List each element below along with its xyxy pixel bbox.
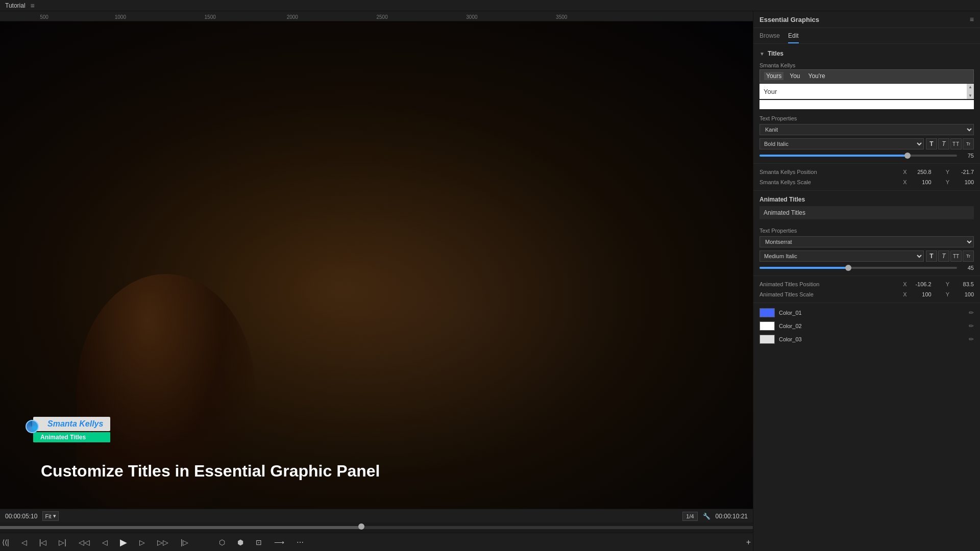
scroll-down-arrow[interactable]: ▼ bbox=[968, 93, 972, 98]
font-size-thumb[interactable] bbox=[904, 153, 911, 159]
pos-x-val[interactable]: 250.8 bbox=[911, 169, 932, 175]
suggestion-yours[interactable]: Yours bbox=[764, 72, 783, 80]
color-swatch-3[interactable] bbox=[760, 335, 775, 344]
project-title: Tutorial bbox=[5, 2, 26, 9]
font-style-select-2[interactable]: Medium Italic bbox=[760, 251, 924, 262]
apos-y-val[interactable]: 83.5 bbox=[953, 281, 974, 287]
font-family-row-2: Montserrat bbox=[753, 235, 980, 249]
top-bar-menu-icon[interactable]: ≡ bbox=[31, 2, 35, 10]
btn-camera[interactable]: ⊡ bbox=[254, 537, 264, 547]
font-size-thumb-2[interactable] bbox=[845, 265, 851, 271]
text-properties-label-2: Text Properties bbox=[753, 224, 980, 235]
btn-step-fwd[interactable]: |▷ bbox=[179, 537, 190, 547]
btn-smallcaps-2[interactable]: Tr bbox=[963, 251, 974, 262]
font-format-btns: T T TT Tr bbox=[926, 138, 974, 149]
animated-title-box: Animated Titles bbox=[760, 206, 974, 219]
ruler-marks: 500 1000 1500 2000 2500 3000 3500 bbox=[3, 11, 750, 21]
btn-mark-in[interactable]: |◁ bbox=[37, 537, 49, 547]
eg-panel: Essential Graphics ≡ Browse Edit ▼ Title… bbox=[753, 11, 980, 551]
btn-prev[interactable]: ◁◁ bbox=[77, 537, 92, 547]
ascale-y-label: Y bbox=[946, 291, 949, 297]
text-properties-label: Text Properties bbox=[753, 112, 980, 122]
pos-x-label: X bbox=[903, 169, 906, 175]
globe-icon bbox=[26, 420, 39, 433]
btn-allcaps-2[interactable]: TT bbox=[950, 251, 962, 262]
btn-extract[interactable]: ⬢ bbox=[235, 537, 246, 547]
btn-bold[interactable]: T bbox=[926, 138, 937, 149]
btn-step-back[interactable]: ◁ bbox=[19, 537, 29, 547]
titles-section-title: Titles bbox=[768, 50, 783, 57]
font-size-slider-track[interactable] bbox=[760, 155, 957, 157]
ruler-mark-1500: 1500 bbox=[205, 14, 216, 20]
smanta-kellys-label: Smanta Kellys bbox=[753, 59, 980, 69]
btn-add[interactable]: + bbox=[744, 537, 753, 548]
color-edit-icon-2[interactable]: ✏ bbox=[969, 322, 974, 330]
lower-third: Smanta Kellys Animated Titles bbox=[28, 417, 110, 442]
color-swatch-2[interactable] bbox=[760, 321, 775, 331]
btn-bold-2[interactable]: T bbox=[926, 251, 937, 262]
ascale-y-val[interactable]: 100 bbox=[953, 291, 974, 297]
page-indicator[interactable]: 1/4 bbox=[682, 512, 697, 521]
video-overlay-title: Customize Titles in Essential Graphic Pa… bbox=[41, 462, 380, 481]
video-panel: 500 1000 1500 2000 2500 3000 3500 bbox=[0, 11, 753, 551]
scroll-up-arrow[interactable]: ▲ bbox=[968, 85, 972, 89]
font-style-select[interactable]: Bold Italic bbox=[760, 138, 924, 149]
eg-panel-title: Essential Graphics bbox=[760, 16, 819, 23]
tab-browse[interactable]: Browse bbox=[760, 30, 780, 43]
btn-more[interactable]: ⋯ bbox=[295, 537, 306, 547]
top-bar: Tutorial ≡ bbox=[0, 0, 980, 11]
ruler-mark-2000: 2000 bbox=[287, 14, 298, 20]
wrench-icon[interactable]: 🔧 bbox=[703, 513, 710, 520]
btn-italic[interactable]: T bbox=[938, 138, 949, 149]
titles-section-header[interactable]: ▼ Titles bbox=[753, 48, 980, 59]
btn-forward[interactable]: ▷ bbox=[137, 537, 147, 547]
scale-y-label: Y bbox=[946, 179, 949, 185]
color-edit-icon-1[interactable]: ✏ bbox=[969, 309, 974, 316]
btn-export[interactable]: ⟶ bbox=[272, 537, 286, 547]
btn-to-in[interactable]: ⟨⟨| bbox=[0, 537, 11, 547]
playhead[interactable] bbox=[358, 523, 364, 530]
playback-controls: ⟨⟨| ◁ |◁ ▷| ◁◁ ◁ ▶ ▷ ▷▷ |▷ ⬡ ⬢ ⊡ ⟶ ⋯ + bbox=[0, 533, 753, 551]
text-edit-input[interactable] bbox=[760, 84, 967, 99]
btn-rewind[interactable]: ◁ bbox=[100, 537, 110, 547]
scale-y-val[interactable]: 100 bbox=[953, 179, 974, 185]
color-label-2: Color_02 bbox=[779, 323, 965, 329]
eg-menu-icon[interactable]: ≡ bbox=[970, 15, 974, 23]
pos-y-label: Y bbox=[946, 169, 949, 175]
pos-y-val[interactable]: -21.7 bbox=[953, 169, 974, 175]
btn-allcaps[interactable]: TT bbox=[950, 138, 962, 149]
timeline-ruler: 500 1000 1500 2000 2500 3000 3500 bbox=[0, 11, 753, 21]
scale-x-label: X bbox=[903, 179, 906, 185]
fit-dropdown[interactable]: Fit ▾ bbox=[42, 511, 58, 521]
text-box-scrollbar[interactable]: ▲ ▼ bbox=[967, 84, 974, 99]
suggestion-youre[interactable]: You're bbox=[806, 72, 827, 80]
btn-next[interactable]: ▷▷ bbox=[155, 537, 170, 547]
btn-italic-2[interactable]: T bbox=[938, 251, 949, 262]
animated-section-header[interactable]: Animated Titles bbox=[753, 194, 980, 205]
ruler-mark-500: 500 bbox=[40, 14, 48, 20]
text-edit-wrapper: ▲ ▼ bbox=[760, 84, 974, 99]
smanta-position-label: Smanta Kellys Position bbox=[760, 169, 889, 175]
btn-smallcaps[interactable]: Tr bbox=[963, 138, 974, 149]
font-size-slider-track-2[interactable] bbox=[760, 267, 957, 269]
font-family-select[interactable]: Kanit bbox=[760, 124, 974, 135]
titles-section: ▼ Titles Smanta Kellys Yours You You're … bbox=[753, 48, 980, 191]
timeline-progress[interactable] bbox=[0, 522, 753, 533]
animated-position-row: Animated Titles Position X -106.2 Y 83.5 bbox=[753, 279, 980, 289]
font-family-select-2[interactable]: Montserrat bbox=[760, 236, 974, 247]
tab-edit[interactable]: Edit bbox=[788, 30, 799, 43]
btn-mark-out[interactable]: ▷| bbox=[57, 537, 68, 547]
font-size-value-2: 45 bbox=[961, 265, 974, 271]
suggestion-you[interactable]: You bbox=[788, 72, 802, 80]
scale-x-val[interactable]: 100 bbox=[911, 179, 932, 185]
smanta-scale-row: Smanta Kellys Scale X 100 Y 100 bbox=[753, 177, 980, 187]
color-row-2: Color_02 ✏ bbox=[753, 319, 980, 333]
apos-x-val[interactable]: -106.2 bbox=[911, 281, 932, 287]
name-text: Smanta Kellys bbox=[47, 419, 103, 428]
font-size-slider-row-2: 45 bbox=[753, 263, 980, 272]
btn-lift[interactable]: ⬡ bbox=[217, 537, 227, 547]
color-swatch-1[interactable] bbox=[760, 308, 775, 317]
btn-play[interactable]: ▶ bbox=[118, 536, 129, 549]
ascale-x-val[interactable]: 100 bbox=[911, 291, 932, 297]
color-edit-icon-3[interactable]: ✏ bbox=[969, 336, 974, 343]
